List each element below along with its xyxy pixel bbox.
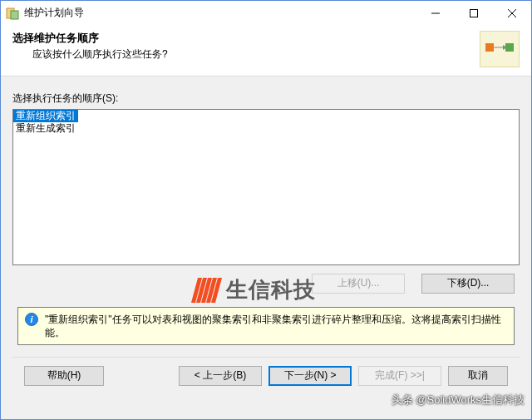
list-item[interactable]: 重新生成索引 xyxy=(13,122,78,134)
page-title: 选择维护任务顺序 xyxy=(12,31,473,46)
close-button[interactable] xyxy=(493,1,531,26)
window-title: 维护计划向导 xyxy=(24,6,416,20)
list-item[interactable]: 重新组织索引 xyxy=(13,110,78,122)
titlebar: 维护计划向导 xyxy=(1,1,531,26)
svg-rect-1 xyxy=(11,11,18,19)
move-down-button[interactable]: 下移(D)... xyxy=(421,274,515,294)
wizard-body: 选择执行任务的顺序(S): 重新组织索引 重新生成索引 上移(U)... 下移(… xyxy=(1,77,531,419)
wizard-dialog: 维护计划向导 选择维护任务顺序 应该按什么顺序执行这些任务? xyxy=(0,0,532,420)
window-controls xyxy=(416,1,531,26)
info-panel: i "重新组织索引"任务可以对表和视图的聚集索引和非聚集索引进行碎片整理和压缩。… xyxy=(17,307,515,345)
wizard-icon xyxy=(480,31,520,67)
task-order-listbox[interactable]: 重新组织索引 重新生成索引 xyxy=(12,109,520,265)
move-up-button: 上移(U)... xyxy=(312,274,405,294)
back-button[interactable]: < 上一步(B) xyxy=(179,366,262,386)
cancel-button[interactable]: 取消 xyxy=(448,366,508,386)
app-icon xyxy=(6,7,19,20)
reorder-buttons: 上移(U)... 下移(D)... xyxy=(12,274,520,294)
info-text: "重新组织索引"任务可以对表和视图的聚集索引和非聚集索引进行碎片整理和压缩。这将… xyxy=(45,313,507,339)
finish-button: 完成(F) >>| xyxy=(358,366,441,386)
page-subtitle: 应该按什么顺序执行这些任务? xyxy=(12,47,473,62)
info-icon: i xyxy=(25,313,38,326)
svg-marker-7 xyxy=(503,45,507,50)
wizard-header: 选择维护任务顺序 应该按什么顺序执行这些任务? xyxy=(1,26,531,77)
maximize-button[interactable] xyxy=(455,1,493,26)
wizard-footer: 帮助(H) < 上一步(B) 下一步(N) > 完成(F) >>| 取消 xyxy=(12,357,520,394)
minimize-button[interactable] xyxy=(416,1,455,26)
next-button[interactable]: 下一步(N) > xyxy=(268,366,352,386)
list-label: 选择执行任务的顺序(S): xyxy=(12,91,520,106)
help-button[interactable]: 帮助(H) xyxy=(24,366,104,386)
svg-rect-3 xyxy=(470,9,478,17)
